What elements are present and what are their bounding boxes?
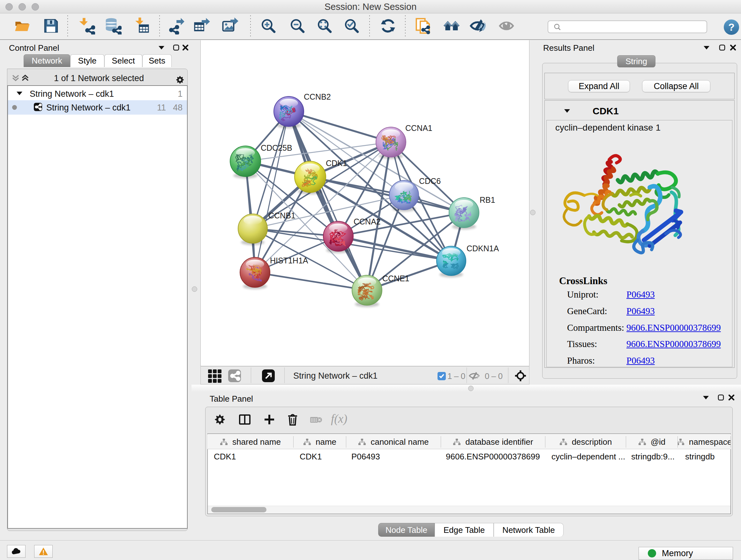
- svg-text:CCNE1: CCNE1: [382, 274, 409, 283]
- svg-text:CCNB2: CCNB2: [304, 92, 331, 101]
- svg-text:CDC6: CDC6: [419, 177, 441, 186]
- svg-text:CCNB1: CCNB1: [268, 211, 295, 220]
- svg-text:RB1: RB1: [480, 195, 495, 204]
- svg-text:CDC25B: CDC25B: [261, 143, 292, 152]
- svg-text:HIST1H1A: HIST1H1A: [270, 256, 308, 265]
- svg-text:CDK1: CDK1: [326, 159, 347, 168]
- svg-text:CCNA2: CCNA2: [354, 217, 381, 226]
- svg-text:CDKN1A: CDKN1A: [467, 244, 499, 253]
- svg-text:CCNA1: CCNA1: [405, 124, 432, 132]
